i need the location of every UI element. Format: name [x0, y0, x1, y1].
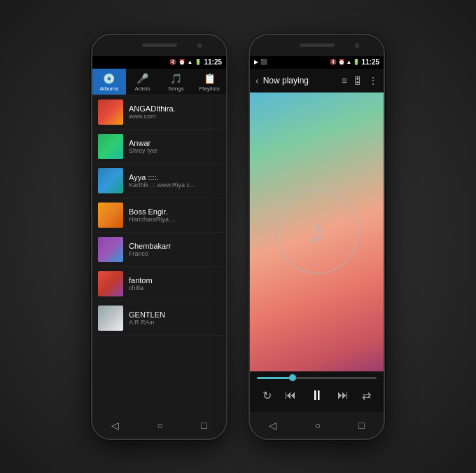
list-item[interactable]: GENTLEN A R RAin: [92, 301, 226, 336]
album-name-5: fantom: [129, 276, 220, 285]
album-artist-3: HaricharaRiya....: [129, 216, 220, 223]
recents-button-left[interactable]: □: [201, 420, 206, 431]
list-item[interactable]: Chembakarr Franco: [92, 233, 226, 267]
album-art-area: ♪: [250, 92, 384, 371]
player-controls-area: ↻ ⏮ ⏸ ⏭ ⇄: [250, 371, 384, 412]
album-thumb-5: [98, 271, 123, 296]
now-playing-header: ‹ Now playing ≡ 🎛 ⋮: [250, 69, 384, 92]
album-info-0: ANGADIthira. www.com: [129, 104, 220, 120]
more-options-icon[interactable]: ⋮: [368, 75, 378, 86]
next-button[interactable]: ⏭: [337, 389, 349, 402]
progress-bar-container[interactable]: [257, 377, 377, 379]
repeat-button[interactable]: ↻: [262, 389, 272, 402]
album-info-3: Boss Engir. HaricharaRiya....: [129, 207, 220, 223]
alarm-icon-right: ⏰: [338, 59, 345, 65]
left-screen: 🔇 ⏰ ▲ 🔋 11:25 💿 Albums 🎤 Artists 🎵 Songs…: [92, 56, 226, 412]
status-left-icons: ▶ ⬛: [254, 59, 267, 65]
front-camera-right: [355, 43, 359, 48]
songs-label: Songs: [168, 85, 184, 92]
album-name-6: GENTLEN: [129, 310, 220, 319]
home-button-right[interactable]: ○: [315, 420, 321, 431]
album-thumb-2: [98, 168, 123, 193]
album-artist-6: A R RAin: [129, 319, 220, 326]
albums-label: Albums: [100, 85, 119, 92]
songs-icon: 🎵: [170, 73, 182, 84]
album-name-2: Ayya ::::.: [129, 173, 220, 181]
tab-songs[interactable]: 🎵 Songs: [160, 69, 193, 95]
tab-artists[interactable]: 🎤 Artists: [126, 69, 160, 95]
play-indicator-icon: ▶: [254, 59, 258, 65]
mute-icon-right: 🔇: [330, 59, 337, 65]
right-screen: ▶ ⬛ 🔇 ⏰ ▲ 🔋 11:25 ‹ Now playing ≡ 🎛 ⋮: [250, 56, 384, 412]
album-name-0: ANGADIthira.: [129, 104, 220, 113]
nav-bar-left: ◁ ○ □: [92, 412, 226, 439]
list-item[interactable]: ANGADIthira. www.com: [92, 95, 226, 130]
progress-track: [257, 377, 377, 379]
status-time-right: 11:25: [361, 58, 379, 66]
back-button-right[interactable]: ◁: [269, 420, 276, 431]
battery-icon-right: 🔋: [353, 59, 360, 65]
tab-albums[interactable]: 💿 Albums: [92, 69, 126, 95]
album-artist-1: Shrey Iyer: [129, 147, 220, 154]
album-thumb-0: [98, 100, 123, 125]
signal-icon-right: ▲: [346, 59, 352, 65]
play-pause-button[interactable]: ⏸: [310, 388, 324, 404]
recents-button-right[interactable]: □: [358, 420, 364, 431]
album-artist-5: chitla: [129, 285, 220, 292]
speaker-bar: [142, 43, 177, 47]
artists-label: Artists: [135, 85, 150, 92]
phone-top-left: [92, 35, 226, 56]
album-thumb-1: [98, 134, 123, 159]
now-playing-title: Now playing: [263, 76, 337, 85]
tab-bar: 💿 Albums 🎤 Artists 🎵 Songs 📋 Playlists: [92, 69, 226, 95]
status-time-left: 11:25: [204, 58, 222, 66]
phone-top-right: [250, 35, 384, 56]
artists-icon: 🎤: [136, 73, 148, 84]
image-indicator-icon: ⬛: [260, 59, 267, 65]
home-button-left[interactable]: ○: [158, 420, 163, 431]
speaker-bar-right: [300, 43, 335, 47]
album-info-4: Chembakarr Franco: [129, 242, 220, 257]
equalizer-icon[interactable]: 🎛: [353, 75, 363, 86]
music-note-icon: ♪: [309, 212, 326, 251]
header-icons: ≡ 🎛 ⋮: [342, 75, 378, 86]
album-info-2: Ayya ::::. Karthik ::: www.Riya c...: [129, 173, 220, 188]
list-item[interactable]: fantom chitla: [92, 267, 226, 301]
status-bar-left: 🔇 ⏰ ▲ 🔋 11:25: [92, 56, 226, 69]
left-phone: 🔇 ⏰ ▲ 🔋 11:25 💿 Albums 🎤 Artists 🎵 Songs…: [91, 34, 227, 440]
album-name-1: Anwar: [129, 139, 220, 147]
back-button-left[interactable]: ◁: [111, 420, 119, 431]
list-item[interactable]: Ayya ::::. Karthik ::: www.Riya c...: [92, 164, 226, 198]
album-name-3: Boss Engir.: [129, 207, 220, 216]
album-list: ANGADIthira. www.com Anwar Shrey Iyer Ay…: [92, 95, 226, 412]
menu-list-icon[interactable]: ≡: [342, 75, 347, 86]
album-artist-0: www.com: [129, 113, 220, 120]
playlists-label: Playlists: [199, 85, 219, 92]
album-thumb-3: [98, 203, 123, 228]
albums-icon: 💿: [103, 73, 115, 84]
album-artist-2: Karthik ::: www.Riya c...: [129, 181, 220, 188]
shuffle-button[interactable]: ⇄: [362, 389, 371, 402]
back-button-now-playing[interactable]: ‹: [255, 75, 259, 86]
album-info-6: GENTLEN A R RAin: [129, 310, 220, 326]
control-buttons: ↻ ⏮ ⏸ ⏭ ⇄: [257, 385, 377, 406]
list-item[interactable]: Boss Engir. HaricharaRiya....: [92, 198, 226, 233]
list-item[interactable]: Anwar Shrey Iyer: [92, 130, 226, 164]
mute-icon: 🔇: [169, 59, 176, 65]
signal-icon: ▲: [188, 59, 193, 65]
status-bar-right: ▶ ⬛ 🔇 ⏰ ▲ 🔋 11:25: [250, 56, 384, 69]
alarm-icon: ⏰: [178, 59, 186, 65]
progress-thumb: [289, 374, 296, 381]
nav-bar-right: ◁ ○ □: [250, 412, 384, 439]
album-info-1: Anwar Shrey Iyer: [129, 139, 220, 154]
progress-fill: [257, 377, 293, 379]
album-info-5: fantom chitla: [129, 276, 220, 292]
tab-playlists[interactable]: 📋 Playlists: [192, 69, 226, 95]
front-camera: [197, 43, 202, 48]
right-phone: ▶ ⬛ 🔇 ⏰ ▲ 🔋 11:25 ‹ Now playing ≡ 🎛 ⋮: [248, 34, 385, 440]
previous-button[interactable]: ⏮: [285, 389, 296, 402]
album-artist-4: Franco: [129, 250, 220, 257]
album-thumb-6: [98, 306, 123, 331]
album-thumb-4: [98, 237, 123, 262]
music-circle: ♪: [275, 190, 359, 274]
